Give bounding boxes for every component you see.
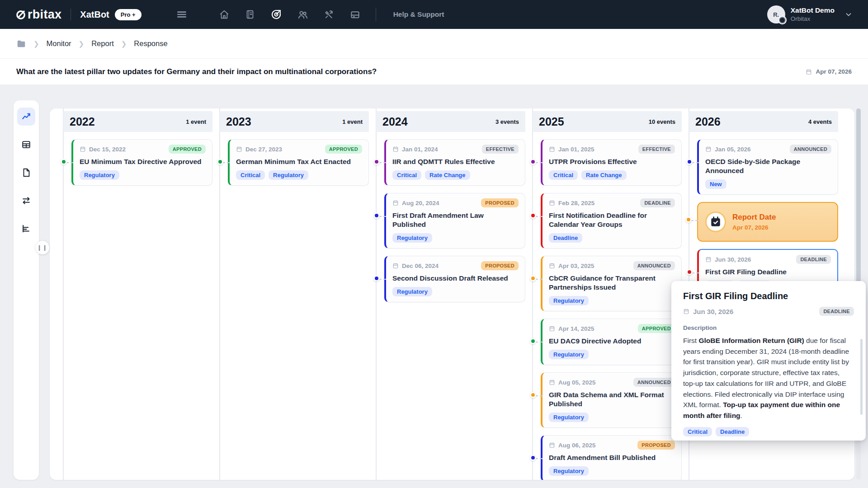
timeline-dot[interactable] — [530, 455, 536, 461]
status-badge: EFFECTIVE — [638, 145, 675, 154]
timeline-view-button[interactable] — [17, 108, 35, 126]
event-title: German Minimum Tax Act Enacted — [236, 157, 362, 166]
event-card[interactable]: Feb 28, 2025 DEADLINE First Notification… — [541, 193, 682, 249]
status-badge: DEADLINE — [796, 255, 831, 264]
event-count: 4 events — [808, 118, 832, 125]
event-card[interactable]: Dec 06, 2024 PROPOSED Second Discussion … — [384, 256, 525, 302]
help-support-link[interactable]: Help & Support — [393, 10, 444, 19]
breadcrumb-report[interactable]: Report — [91, 39, 114, 48]
tag: Critical — [549, 170, 578, 180]
document-view-button[interactable] — [17, 164, 35, 182]
users-icon[interactable] — [297, 9, 308, 20]
tag: Regulatory — [269, 170, 308, 180]
plan-badge[interactable]: Pro + — [115, 9, 142, 20]
timeline-dot[interactable] — [686, 159, 693, 165]
timeline-dot[interactable] — [686, 269, 693, 275]
timeline-dot[interactable] — [373, 275, 380, 282]
page-scrollbar-thumb[interactable] — [856, 108, 861, 287]
event-card[interactable]: Aug 05, 2025 ANNOUNCED GIR Data Schema a… — [541, 372, 682, 428]
status-badge: ANNOUNCED — [790, 145, 831, 154]
compare-view-button[interactable] — [17, 192, 35, 210]
event-card[interactable]: Jan 01, 2025 EFFECTIVE UTPR Provisions E… — [541, 139, 682, 186]
billing-icon[interactable] — [350, 9, 360, 20]
popover-date: Jun 30, 2026 — [683, 308, 733, 315]
orbitax-logo-icon — [15, 9, 26, 20]
folder-icon — [16, 39, 26, 49]
timeline-dot[interactable] — [530, 159, 536, 165]
tag: Regulatory — [549, 296, 589, 305]
year-column-2023: 2023 1 event Dec 27, 2023 APPROVED Germa… — [220, 111, 369, 480]
event-title: GIR Data Schema and XML Format Published — [549, 390, 675, 408]
status-badge: PROPOSED — [481, 261, 519, 270]
table-view-button[interactable] — [17, 136, 35, 154]
sidebar-collapse-handle[interactable]: ❙❙ — [36, 241, 49, 254]
tag: Rate Change — [425, 170, 470, 180]
tag: Critical — [392, 170, 421, 180]
event-detail-popover: First GIR Filing Deadline Jun 30, 2026 D… — [671, 281, 866, 441]
dot-connector — [535, 216, 542, 217]
status-badge: ANNOUNCED — [633, 261, 675, 270]
query-text: What are the latest pillar two updates f… — [16, 67, 377, 76]
event-title: First Draft Amendment Law Published — [392, 211, 519, 229]
status-badge: APPROVED — [325, 145, 362, 154]
status-badge: APPROVED — [638, 324, 675, 333]
event-title: First GIR Filing Deadline — [705, 267, 831, 277]
event-date: Feb 28, 2025 — [549, 200, 594, 206]
tag: Critical — [236, 170, 265, 180]
product-name: XatBot — [80, 9, 109, 20]
event-card[interactable]: Aug 20, 2024 PROPOSED First Draft Amendm… — [384, 193, 525, 249]
event-date: Aug 05, 2025 — [549, 379, 596, 386]
orbitax-logo[interactable]: rbitax — [15, 8, 61, 22]
event-card[interactable]: Dec 15, 2022 APPROVED EU Minimum Tax Dir… — [71, 139, 212, 186]
timeline-dot[interactable] — [373, 159, 380, 165]
status-badge: DEADLINE — [819, 307, 854, 316]
event-card[interactable]: Apr 03, 2025 ANNOUNCED CbCR Guidance for… — [541, 256, 682, 311]
event-count: 3 events — [495, 118, 519, 125]
monitor-target-icon[interactable] — [271, 9, 282, 20]
event-title: EU Minimum Tax Directive Approved — [80, 157, 206, 166]
nav-icon-group — [219, 9, 360, 20]
year-column-2024: 2024 3 events Jan 01, 2024 EFFECTIVE IIR… — [376, 111, 525, 480]
event-card[interactable]: Dec 27, 2023 APPROVED German Minimum Tax… — [228, 139, 369, 186]
event-title: First Notification Deadline for Calendar… — [549, 211, 675, 229]
timeline-dot[interactable] — [373, 212, 380, 219]
timeline-dot[interactable] — [61, 159, 67, 165]
user-menu[interactable]: R. XatBot Demo Orbitax — [767, 5, 853, 23]
timeline-dot[interactable] — [530, 212, 536, 219]
calendar-icon — [806, 69, 812, 75]
breadcrumb-monitor[interactable]: Monitor — [47, 39, 71, 48]
tag: Regulatory — [549, 350, 589, 359]
query-date: Apr 07, 2026 — [806, 68, 852, 75]
year-label: 2024 — [382, 115, 408, 128]
popover-title: First GIR Filing Deadline — [683, 291, 854, 301]
top-nav: rbitax XatBot Pro + Help & Support R. Xa… — [0, 0, 868, 29]
event-card[interactable]: Aug 06, 2025 PROPOSED Draft Amendment Bi… — [541, 435, 682, 480]
report-date-value: Apr 07, 2026 — [732, 224, 776, 231]
report-date-card[interactable]: Report Date Apr 07, 2026 — [697, 202, 838, 242]
home-icon[interactable] — [219, 9, 229, 19]
timeline-dot[interactable] — [530, 338, 536, 344]
report-icon[interactable] — [245, 9, 255, 19]
tools-icon[interactable] — [324, 9, 334, 20]
event-date: Jun 30, 2026 — [705, 256, 751, 263]
event-card[interactable]: Apr 14, 2025 APPROVED EU DAC9 Directive … — [541, 319, 682, 365]
breadcrumb-response[interactable]: Response — [134, 39, 167, 48]
description-label: Description — [683, 324, 854, 331]
breadcrumb: ❯ Monitor ❯ Report ❯ Response — [0, 29, 868, 59]
event-card[interactable]: Jan 01, 2024 EFFECTIVE IIR and QDMTT Rul… — [384, 139, 525, 186]
year-header: 2026 4 events — [689, 111, 838, 132]
chevron-down-icon[interactable] — [844, 10, 853, 19]
tag: Regulatory — [549, 466, 589, 476]
popover-scrollbar-thumb[interactable] — [860, 339, 863, 415]
avatar[interactable]: R. — [767, 5, 785, 23]
timeline-dot[interactable] — [685, 216, 692, 223]
event-title: EU DAC9 Directive Adopted — [549, 337, 675, 346]
timeline-dot[interactable] — [217, 159, 223, 165]
year-label: 2026 — [695, 115, 721, 128]
event-card[interactable]: Jan 05, 2026 ANNOUNCED OECD Side-by-Side… — [697, 139, 838, 195]
chart-bars-view-button[interactable] — [17, 220, 35, 238]
timeline-dot[interactable] — [530, 392, 536, 398]
event-count: 1 event — [186, 118, 206, 125]
menu-icon[interactable] — [176, 9, 188, 20]
timeline-dot[interactable] — [530, 275, 536, 282]
